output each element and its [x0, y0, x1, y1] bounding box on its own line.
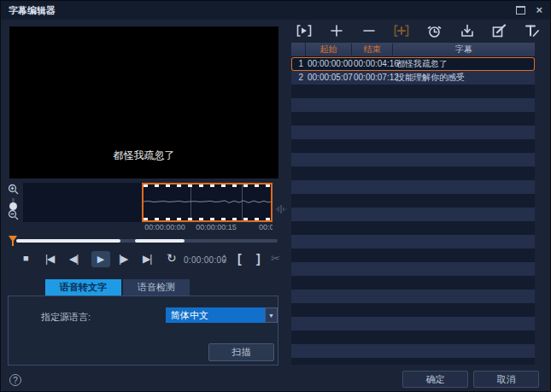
subtitle-row-empty [291, 194, 535, 208]
cell-subtitle-text: 没能理解你的感受 [393, 71, 535, 85]
transport-controls: ■ |◀ ◀| ▶ |▶ ▶| ↻ 0:00:00:00 ▲ ▼ [ ] ✂ [1, 249, 287, 272]
subtitle-row-empty [291, 317, 535, 331]
column-header-start[interactable]: 起始 [306, 44, 352, 56]
language-selected-value[interactable]: 简体中文 [166, 307, 265, 323]
tab-voice-detection[interactable]: 语音检测 [123, 279, 190, 295]
subtitle-list: 起始 结束 字幕 100:00:00:0000:00:04:16都怪我疏忽了20… [291, 43, 535, 365]
zoom-in-icon[interactable] [8, 183, 19, 198]
jump-to-start-button[interactable]: |◀ [45, 253, 54, 265]
subtitle-row-empty [291, 153, 535, 167]
column-header-number [291, 43, 306, 56]
subtitle-toolbar [296, 20, 541, 41]
subtitle-rows: 100:00:00:0000:00:04:16都怪我疏忽了200:00:05:0… [291, 57, 535, 365]
delete-subtitle-icon[interactable] [360, 22, 378, 39]
speech-segment-bar [135, 239, 185, 243]
column-header-text[interactable]: 字幕 [393, 44, 535, 56]
subtitle-row-empty [291, 208, 535, 221]
subtitle-row[interactable]: 200:00:05:0700:00:07:12没能理解你的感受 [291, 71, 535, 85]
ok-button[interactable]: 确定 [402, 371, 468, 388]
zoom-out-icon[interactable] [8, 208, 19, 224]
scan-button[interactable]: 扫描 [208, 343, 274, 361]
zoom-slider-knob[interactable] [9, 202, 17, 210]
subtitle-row-empty [291, 139, 535, 153]
split-scissors-button[interactable]: ✂ [271, 252, 279, 265]
next-frame-button[interactable]: |▶ [119, 253, 127, 265]
titlebar: 字幕编辑器 × [1, 1, 550, 20]
subtitle-row-empty [291, 249, 535, 262]
close-button[interactable]: × [536, 5, 542, 15]
add-subtitle-icon[interactable] [328, 22, 345, 39]
stop-button[interactable]: ■ [23, 253, 28, 263]
subtitle-list-header: 起始 结束 字幕 [291, 43, 535, 57]
cell-number: 2 [291, 71, 306, 85]
speech-to-text-panel: 指定源语言: 简体中文 ▼ 扫描 [8, 295, 278, 366]
audio-waveform-timeline[interactable] [23, 183, 273, 222]
split-subtitle-icon[interactable] [393, 22, 410, 39]
source-language-label: 指定源语言: [41, 311, 91, 324]
subtitle-row-empty [291, 126, 535, 139]
cancel-button[interactable]: 取消 [473, 371, 539, 388]
source-language-dropdown[interactable]: 简体中文 ▼ [166, 307, 278, 323]
maximize-button[interactable] [516, 3, 525, 18]
time-label: 00:0 [259, 223, 273, 231]
timecode-spinner[interactable]: ▲ ▼ [222, 254, 226, 263]
maximize-icon [516, 6, 525, 15]
mark-out-button[interactable]: ] [256, 252, 260, 266]
cell-number: 1 [291, 57, 306, 71]
subtitle-row-empty [291, 262, 535, 276]
timeline-time-labels: 00:00:00:00 00:00:00:15 00:0 [23, 223, 273, 233]
subtitle-editor-window: 字幕编辑器 × 都怪我疏忽了 [0, 0, 551, 392]
timecode-field[interactable]: 0:00:00:00 [184, 255, 226, 265]
chevron-down-icon[interactable]: ▼ [265, 307, 278, 323]
subtitle-segment-selection[interactable] [142, 183, 273, 222]
cell-start-time: 00:00:00:00 [306, 57, 352, 71]
subtitle-row-empty [291, 221, 535, 235]
play-button[interactable]: ▶ [91, 251, 110, 267]
subtitle-row-empty [291, 112, 535, 126]
subtitle-row-empty [291, 235, 535, 249]
spinner-down-icon[interactable]: ▼ [222, 259, 226, 263]
mark-in-button[interactable]: [ [237, 252, 241, 266]
cell-start-time: 00:00:05:07 [306, 71, 352, 85]
time-offset-icon[interactable] [426, 22, 443, 39]
speech-segment-bar [16, 239, 120, 243]
window-title: 字幕编辑器 [9, 4, 56, 17]
cell-end-time: 00:00:04:16 [352, 57, 393, 71]
preview-subtitle-text: 都怪我疏忽了 [9, 149, 278, 163]
subtitle-row-empty [291, 358, 535, 365]
jump-to-end-button[interactable]: ▶| [143, 253, 151, 265]
playhead-marker-icon[interactable] [8, 235, 18, 250]
cell-subtitle-text: 都怪我疏忽了 [393, 57, 535, 71]
speech-tabs: 语音转文字 语音检测 [45, 279, 191, 295]
text-options-icon[interactable] [524, 22, 541, 39]
subtitle-row-empty [291, 98, 535, 112]
subtitle-row-empty [291, 167, 535, 180]
subtitle-row[interactable]: 100:00:00:0000:00:04:16都怪我疏忽了 [291, 57, 535, 71]
subtitle-row-empty [291, 276, 535, 290]
cell-end-time: 00:00:07:12 [352, 71, 393, 85]
tab-speech-to-text[interactable]: 语音转文字 [45, 279, 121, 295]
waveform-icon [275, 202, 287, 218]
help-button[interactable]: ? [9, 374, 21, 386]
previous-frame-button[interactable]: ◀| [69, 253, 78, 265]
subtitle-row-empty [291, 180, 535, 194]
export-subtitle-icon[interactable] [491, 22, 508, 39]
subtitle-row-empty [291, 290, 535, 303]
subtitle-row-empty [291, 331, 535, 344]
subtitle-row-empty [291, 85, 535, 98]
loop-playback-button[interactable]: ↻ [167, 251, 176, 265]
column-header-end[interactable]: 结束 [352, 44, 393, 56]
overview-track[interactable] [16, 239, 278, 243]
subtitle-row-empty [291, 344, 535, 358]
play-selected-subtitle-icon[interactable] [296, 22, 313, 39]
zoom-slider[interactable] [12, 198, 15, 208]
import-subtitle-icon[interactable] [459, 22, 476, 39]
time-label: 00:00:00:00 [144, 223, 185, 231]
video-preview: 都怪我疏忽了 [9, 26, 278, 178]
time-label: 00:00:00:15 [196, 223, 237, 231]
timeline-overview-bar[interactable] [8, 235, 279, 247]
timeline-zoom-controls [3, 183, 22, 224]
subtitle-row-empty [291, 303, 535, 317]
